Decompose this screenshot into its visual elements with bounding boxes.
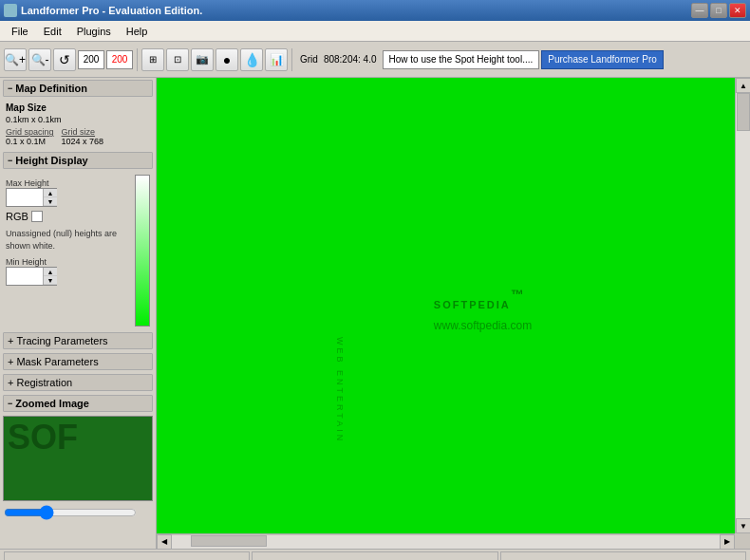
maximize-button[interactable]: □ [710, 3, 727, 18]
height-display-header[interactable]: − Height Display [3, 152, 153, 169]
tracing-parameters-label: Tracing Parameters [16, 335, 107, 346]
num1: 200 [78, 50, 104, 69]
spot-height-button[interactable]: How to use the Spot Height tool.... [383, 50, 540, 69]
map-size-label: Map Size [6, 103, 150, 113]
min-height-up[interactable]: ▲ [44, 268, 57, 276]
grid-size-value: 1024 x 768 [62, 137, 104, 146]
status-panel-1 [4, 551, 250, 561]
map-definition-toggle: − [8, 84, 12, 93]
scroll-down-button[interactable]: ▼ [736, 518, 750, 533]
chart-tool[interactable]: 📊 [265, 48, 288, 71]
map-definition-content: Map Size 0.1km x 0.1km Grid spacing 0.1 … [0, 99, 156, 150]
zoomed-image-area[interactable]: SOF [3, 416, 153, 501]
height-display-toggle: − [8, 156, 12, 165]
menu-edit[interactable]: Edit [36, 24, 69, 39]
dot-tool[interactable]: ● [216, 48, 238, 71]
grid-tool1[interactable]: ⊞ [141, 48, 164, 71]
menu-plugins[interactable]: Plugins [69, 24, 119, 39]
max-height-up[interactable]: ▲ [44, 189, 57, 197]
grid-spacing-label: Grid spacing [6, 127, 54, 137]
mask-parameters-label: Mask Parameters [16, 356, 98, 367]
grid-spacing-value: 0.1 x 0.1M [6, 137, 54, 146]
zoomed-image-toggle: − [8, 399, 12, 408]
scrollbar-corner [735, 533, 750, 549]
close-button[interactable]: ✕ [729, 3, 746, 18]
grid-label: Grid [300, 54, 318, 65]
max-height-label: Max Height [6, 178, 131, 188]
scroll-up-button[interactable]: ▲ [736, 78, 750, 93]
softpedia-overlay: SOFTPEDIA™ www.softpedia.com [434, 285, 532, 332]
statusbar [0, 549, 750, 560]
refresh-button[interactable]: ↺ [53, 48, 76, 71]
zoom-slider[interactable] [4, 505, 137, 520]
registration-header[interactable]: + Registration [3, 374, 153, 391]
map-definition-label: Map Definition [15, 83, 87, 94]
scroll-thumb-v[interactable] [737, 93, 750, 131]
toolbar-sep1 [137, 48, 138, 71]
zoom-slider-area [0, 503, 156, 524]
main-area: − Map Definition Map Size 0.1km x 0.1km … [0, 78, 750, 549]
menu-help[interactable]: Help [119, 24, 156, 39]
water-tool[interactable]: 💧 [240, 48, 263, 71]
app-icon [4, 4, 17, 17]
map-size-value: 0.1km x 0.1km [6, 115, 150, 124]
toolbar-sep2 [291, 48, 292, 71]
canvas-area[interactable]: SOFTPEDIA™ www.softpedia.com WEB ENTERTA… [157, 78, 750, 549]
tracing-parameters-header[interactable]: + Tracing Parameters [3, 332, 153, 349]
scroll-left-button[interactable]: ◀ [157, 534, 172, 550]
zoom-in-button[interactable]: 🔍+ [4, 48, 27, 71]
toolbar: 🔍+ 🔍- ↺ 200 200 ⊞ ⊡ 📷 ● 💧 📊 Grid 808:204… [0, 42, 750, 78]
tracing-plus-icon: + [8, 335, 13, 346]
grid-size-label: Grid size [62, 127, 104, 137]
titlebar-controls: — □ ✕ [691, 3, 746, 18]
zoom-out-button[interactable]: 🔍- [28, 48, 51, 71]
grid-value: 808:204: 4.0 [324, 54, 377, 65]
rgb-checkbox[interactable] [31, 211, 43, 222]
zoomed-sof-text: SOF [4, 417, 152, 458]
registration-label: Registration [16, 377, 72, 388]
status-panel-3 [500, 551, 746, 561]
max-height-down[interactable]: ▼ [44, 197, 57, 206]
titlebar: Landformer Pro - Evaluation Edition. — □… [0, 0, 750, 21]
min-height-arrows: ▲ ▼ [43, 268, 57, 285]
app-title: Landformer Pro - Evaluation Edition. [21, 5, 202, 16]
vertical-scrollbar[interactable]: ▲ ▼ [735, 78, 750, 533]
rgb-row: RGB [6, 211, 131, 222]
minimize-button[interactable]: — [691, 3, 708, 18]
max-height-input[interactable]: 1000 [7, 189, 43, 206]
max-height-arrows: ▲ ▼ [43, 189, 57, 206]
export-button[interactable]: 📷 [191, 48, 214, 71]
titlebar-left: Landformer Pro - Evaluation Edition. [4, 4, 202, 17]
max-height-spinbox[interactable]: 1000 ▲ ▼ [6, 188, 57, 207]
zoomed-image-header[interactable]: − Zoomed Image [3, 395, 153, 412]
purchase-button[interactable]: Purchase Landformer Pro [541, 50, 664, 69]
min-height-down[interactable]: ▼ [44, 276, 57, 285]
mask-plus-icon: + [8, 356, 13, 367]
zoomed-image-label: Zoomed Image [15, 398, 89, 409]
null-text: Unassigned (null) heights are shown whit… [6, 228, 131, 252]
mask-parameters-header[interactable]: + Mask Parameters [3, 353, 153, 370]
status-panel-2 [252, 551, 497, 561]
rgb-label: RGB [6, 211, 28, 222]
registration-plus-icon: + [8, 377, 13, 388]
min-height-spinbox[interactable]: 0 ▲ ▼ [6, 267, 57, 286]
map-definition-header[interactable]: − Map Definition [3, 80, 153, 97]
left-panel: − Map Definition Map Size 0.1km x 0.1km … [0, 78, 157, 549]
num2: 200 [106, 50, 133, 69]
softpedia-tags: WEB ENTERTAIN [335, 337, 345, 443]
grid-tool2[interactable]: ⊡ [166, 48, 189, 71]
height-gradient [135, 175, 150, 327]
softpedia-brand: SOFTPEDIA™ [434, 285, 532, 315]
height-display-label: Height Display [15, 155, 87, 166]
min-height-input[interactable]: 0 [7, 268, 43, 285]
scroll-thumb-h[interactable] [191, 535, 267, 547]
softpedia-url: www.softpedia.com [434, 319, 532, 332]
height-display-content: Max Height 1000 ▲ ▼ RGB Unassigned (null… [0, 171, 156, 330]
scroll-right-button[interactable]: ▶ [720, 534, 735, 550]
menubar: File Edit Plugins Help [0, 21, 750, 42]
scroll-track-h[interactable] [172, 535, 720, 549]
scroll-track-v[interactable] [736, 93, 750, 518]
menu-file[interactable]: File [4, 24, 36, 39]
horizontal-scrollbar[interactable]: ◀ ▶ [157, 533, 735, 549]
min-height-label: Min Height [6, 257, 131, 267]
